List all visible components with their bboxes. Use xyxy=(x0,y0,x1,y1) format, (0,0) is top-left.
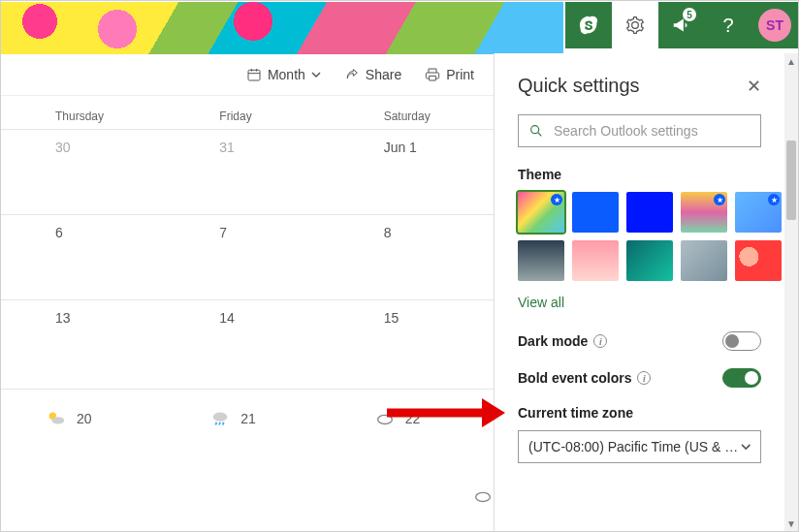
dark-mode-toggle[interactable] xyxy=(722,331,761,351)
avatar: ST xyxy=(758,9,791,42)
view-month-dropdown[interactable]: Month xyxy=(246,67,321,82)
timezone-section-label: Current time zone xyxy=(518,405,761,421)
skype-button[interactable] xyxy=(565,2,612,48)
share-button[interactable]: Share xyxy=(344,67,401,82)
print-icon xyxy=(425,67,440,82)
share-icon xyxy=(344,67,360,82)
day-cell[interactable]: 15 xyxy=(330,300,494,389)
weather-temp: 20 xyxy=(77,411,92,426)
theme-tile[interactable] xyxy=(626,192,673,233)
share-label: Share xyxy=(366,67,401,82)
calendar-toolbar: Month Share Print xyxy=(1,53,494,96)
scroll-thumb[interactable] xyxy=(786,141,796,220)
svg-point-4 xyxy=(377,415,392,423)
cloud-icon xyxy=(472,485,494,507)
theme-tile[interactable]: ★ xyxy=(681,192,727,233)
theme-grid: ★ ★ ★ xyxy=(518,192,761,281)
weather-cell[interactable]: 21 xyxy=(165,408,329,429)
dark-mode-label: Dark mode xyxy=(518,333,588,349)
theme-tile[interactable] xyxy=(626,240,673,281)
svg-rect-0 xyxy=(248,70,260,80)
gear-icon xyxy=(625,16,645,35)
header-theme-art xyxy=(1,2,563,54)
day-cell[interactable]: 6 xyxy=(1,215,165,299)
settings-button[interactable] xyxy=(612,2,658,48)
weather-temp: 22 xyxy=(405,411,421,426)
day-cell[interactable]: 13 xyxy=(1,300,165,389)
feedback-badge: 5 xyxy=(683,8,696,21)
print-label: Print xyxy=(446,67,474,82)
day-cell[interactable]: 7 xyxy=(165,215,329,299)
scroll-down-arrow-icon[interactable]: ▼ xyxy=(784,516,798,531)
view-month-label: Month xyxy=(268,67,305,82)
theme-tile[interactable] xyxy=(572,240,619,281)
svg-point-3 xyxy=(213,412,228,421)
print-button[interactable]: Print xyxy=(425,67,474,82)
svg-point-2 xyxy=(51,417,64,423)
theme-tile[interactable] xyxy=(518,240,564,281)
day-cell[interactable]: 31 xyxy=(165,130,329,214)
help-icon: ? xyxy=(722,15,733,37)
col-header-friday: Friday xyxy=(165,110,329,123)
view-all-themes-link[interactable]: View all xyxy=(518,295,564,310)
calendar-grid: Thursday Friday Saturday 30 31 Jun 1 6 7… xyxy=(1,98,494,531)
close-button[interactable]: ✕ xyxy=(747,76,761,97)
close-icon: ✕ xyxy=(747,77,761,96)
search-icon xyxy=(528,123,544,139)
help-button[interactable]: ? xyxy=(705,2,751,48)
weather-temp: 21 xyxy=(240,411,256,426)
partly-sunny-icon xyxy=(46,408,67,429)
skype-icon xyxy=(578,15,599,36)
chevron-down-icon xyxy=(311,70,321,79)
info-icon[interactable]: i xyxy=(637,371,651,385)
bold-event-colors-toggle[interactable] xyxy=(722,368,761,388)
theme-premium-star-icon: ★ xyxy=(768,194,780,205)
timezone-value: (UTC-08:00) Pacific Time (US & Cana… xyxy=(528,439,741,454)
theme-tile[interactable] xyxy=(572,192,619,233)
quick-settings-panel: Quick settings ✕ Theme ★ ★ ★ xyxy=(494,53,798,531)
rain-icon xyxy=(209,408,231,429)
timezone-dropdown[interactable]: (UTC-08:00) Pacific Time (US & Cana… xyxy=(518,430,761,463)
chevron-down-icon xyxy=(741,441,751,453)
theme-premium-star-icon: ★ xyxy=(714,194,725,205)
weather-cell[interactable]: 20 xyxy=(1,408,165,429)
cloud-icon xyxy=(374,408,396,429)
day-cell[interactable]: 30 xyxy=(1,130,165,214)
scroll-up-arrow-icon[interactable]: ▲ xyxy=(784,53,798,69)
theme-tile[interactable] xyxy=(735,240,782,281)
panel-title: Quick settings xyxy=(518,75,640,97)
day-cell[interactable]: Jun 1 xyxy=(330,130,494,214)
theme-tile[interactable]: ★ xyxy=(735,192,782,233)
calendar-icon xyxy=(246,67,262,82)
theme-premium-star-icon: ★ xyxy=(551,194,562,205)
settings-search[interactable] xyxy=(518,114,761,147)
col-header-saturday: Saturday xyxy=(330,110,494,123)
theme-tile[interactable] xyxy=(681,240,727,281)
day-cell[interactable]: 8 xyxy=(330,215,494,299)
theme-tile[interactable]: ★ xyxy=(518,192,564,233)
feedback-button[interactable]: 5 xyxy=(658,2,705,48)
svg-point-5 xyxy=(476,492,491,501)
theme-section-label: Theme xyxy=(518,167,761,182)
panel-scrollbar[interactable]: ▲ ▼ xyxy=(784,53,798,531)
bold-event-colors-label: Bold event colors xyxy=(518,370,631,386)
info-icon[interactable]: i xyxy=(593,334,607,348)
col-header-thursday: Thursday xyxy=(1,110,165,123)
svg-point-6 xyxy=(531,126,539,134)
weather-cell[interactable]: 22 xyxy=(330,408,494,429)
day-cell[interactable]: 14 xyxy=(165,300,329,389)
account-button[interactable]: ST xyxy=(751,2,798,48)
settings-search-input[interactable] xyxy=(552,122,751,140)
